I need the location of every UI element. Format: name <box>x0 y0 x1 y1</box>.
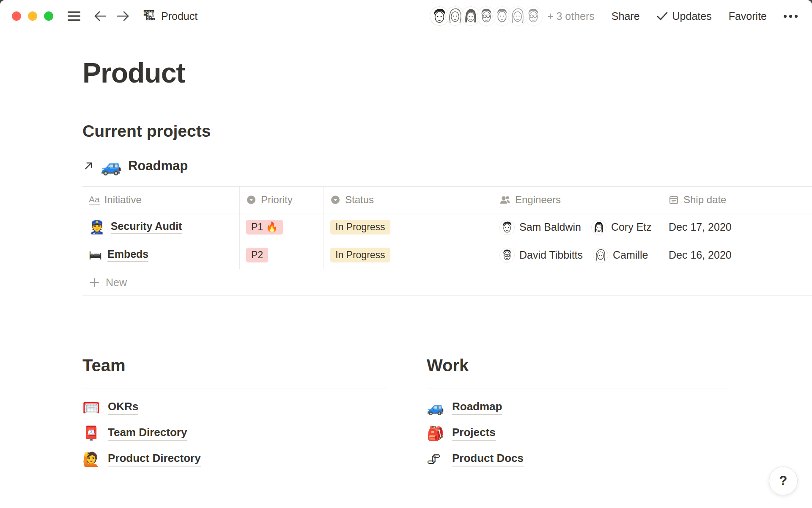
share-button[interactable]: Share <box>612 10 640 22</box>
updates-button[interactable]: Updates <box>657 10 712 22</box>
avatar <box>591 220 606 235</box>
favorite-button[interactable]: Favorite <box>729 10 767 22</box>
goal-net-icon: 🥅 <box>82 400 100 414</box>
column-label: Priority <box>261 194 293 206</box>
app-window: 🏗 Product + 3 others Share Updates Favor… <box>0 0 812 508</box>
current-projects-heading[interactable]: Current projects <box>82 122 812 141</box>
database-icon: 🚙 <box>101 157 122 174</box>
roadmap-table: Aa Initiative Priority Status Engineers <box>82 186 812 296</box>
paperclips-icon: 🖇 <box>427 452 444 466</box>
person-chip: Cory Etz <box>591 220 652 235</box>
status-cell[interactable]: In Progress <box>324 241 493 269</box>
team-heading[interactable]: Team <box>82 356 387 375</box>
date-value: Dec 16, 2020 <box>669 249 732 261</box>
ship-date-cell[interactable]: Dec 17, 2020 <box>662 213 812 241</box>
divider <box>82 389 387 389</box>
zoom-window-button[interactable] <box>44 11 53 21</box>
more-options-icon[interactable] <box>784 15 798 18</box>
column-header-priority[interactable]: Priority <box>239 187 324 213</box>
status-cell[interactable]: In Progress <box>324 213 493 241</box>
engineers-cell[interactable]: David Tibbitts Camille <box>493 241 662 269</box>
row-page-icon: 🛏 <box>89 248 102 262</box>
help-button[interactable]: ? <box>769 467 798 495</box>
person-chip: David Tibbitts <box>499 248 583 263</box>
team-section: Team 🥅 OKRs 📮 Team Directory 🙋 Product D… <box>82 356 387 467</box>
page-content: Product Current projects 🚙 Roadmap Aa In… <box>0 57 812 467</box>
breadcrumb-page-title: Product <box>161 10 198 22</box>
arrow-up-right-icon <box>82 160 94 172</box>
row-page-icon: 👮 <box>89 221 105 234</box>
priority-tag: P2 <box>246 248 268 262</box>
bottom-sections: Team 🥅 OKRs 📮 Team Directory 🙋 Product D… <box>82 356 812 467</box>
date-value: Dec 17, 2020 <box>669 221 732 233</box>
sidebar-menu-icon[interactable] <box>68 11 80 21</box>
top-bar: 🏗 Product + 3 others Share Updates Favor… <box>0 0 812 32</box>
select-property-icon <box>330 195 340 205</box>
breadcrumb[interactable]: 🏗 Product <box>143 10 198 22</box>
page-link-label: Roadmap <box>452 400 502 415</box>
page-link[interactable]: Embeds <box>107 248 148 262</box>
column-label: Initiative <box>104 194 142 206</box>
engineers-cell[interactable]: Sam Baldwin Cory Etz <box>493 213 662 241</box>
person-name: David Tibbitts <box>519 249 583 261</box>
page-link-label: Product Docs <box>452 452 524 467</box>
page-icon: 🏗 <box>143 10 156 22</box>
collaborator-avatars[interactable] <box>430 6 543 26</box>
column-header-ship-date[interactable]: Ship date <box>662 187 812 213</box>
postbox-icon: 📮 <box>82 426 100 440</box>
minimize-window-button[interactable] <box>28 11 37 21</box>
linked-database-title[interactable]: 🚙 Roadmap <box>82 157 812 174</box>
avatar[interactable] <box>524 6 543 26</box>
backpack-icon: 🎒 <box>427 426 444 440</box>
priority-tag: P1 🔥 <box>246 220 283 235</box>
close-window-button[interactable] <box>12 11 21 21</box>
updates-label: Updates <box>672 10 712 22</box>
table-row: 🛏 Embeds P2 In Progress David Tibbitts <box>82 241 812 269</box>
page-link-roadmap[interactable]: 🚙 Roadmap <box>427 400 730 415</box>
priority-cell[interactable]: P1 🔥 <box>239 213 324 241</box>
select-property-icon <box>246 195 256 205</box>
avatar <box>593 248 608 263</box>
initiative-cell[interactable]: 🛏 Embeds <box>82 241 239 269</box>
page-link-label: Team Directory <box>108 426 187 441</box>
page-title[interactable]: Product <box>82 57 812 89</box>
topbar-actions: + 3 others Share Updates Favorite <box>430 6 798 26</box>
blue-car-icon: 🚙 <box>427 400 444 414</box>
more-collaborators-label[interactable]: + 3 others <box>547 10 595 22</box>
column-header-status[interactable]: Status <box>324 187 493 213</box>
status-tag: In Progress <box>330 220 390 235</box>
column-label: Engineers <box>515 194 561 206</box>
page-link-okrs[interactable]: 🥅 OKRs <box>82 400 387 415</box>
person-chip: Sam Baldwin <box>499 220 581 235</box>
column-header-initiative[interactable]: Aa Initiative <box>82 187 239 213</box>
work-section: Work 🚙 Roadmap 🎒 Projects 🖇 Product Docs <box>427 356 730 467</box>
column-header-engineers[interactable]: Engineers <box>493 187 662 213</box>
page-link-projects[interactable]: 🎒 Projects <box>427 426 730 441</box>
avatar <box>499 248 515 263</box>
page-link-product-docs[interactable]: 🖇 Product Docs <box>427 452 730 467</box>
column-label: Ship date <box>683 194 726 206</box>
person-name: Cory Etz <box>611 221 652 233</box>
title-property-icon: Aa <box>89 194 100 205</box>
page-link[interactable]: Security Audit <box>111 220 182 234</box>
new-row-label: New <box>106 276 127 289</box>
page-link-product-directory[interactable]: 🙋 Product Directory <box>82 452 387 467</box>
ship-date-cell[interactable]: Dec 16, 2020 <box>662 241 812 269</box>
new-row-button[interactable]: New <box>82 269 812 296</box>
status-tag: In Progress <box>330 248 390 262</box>
page-link-team-directory[interactable]: 📮 Team Directory <box>82 426 387 441</box>
initiative-cell[interactable]: 👮 Security Audit <box>82 213 239 241</box>
window-controls <box>12 11 53 21</box>
table-header-row: Aa Initiative Priority Status Engineers <box>82 187 812 213</box>
page-link-label: Product Directory <box>108 452 201 467</box>
avatar <box>499 220 515 235</box>
forward-arrow-icon[interactable] <box>117 11 129 22</box>
raising-hand-icon: 🙋 <box>82 452 100 466</box>
date-property-icon <box>669 195 679 205</box>
plus-icon <box>89 277 100 288</box>
column-label: Status <box>345 194 374 206</box>
check-icon <box>657 11 668 21</box>
work-heading[interactable]: Work <box>427 356 730 375</box>
priority-cell[interactable]: P2 <box>239 241 324 269</box>
back-arrow-icon[interactable] <box>94 11 107 22</box>
